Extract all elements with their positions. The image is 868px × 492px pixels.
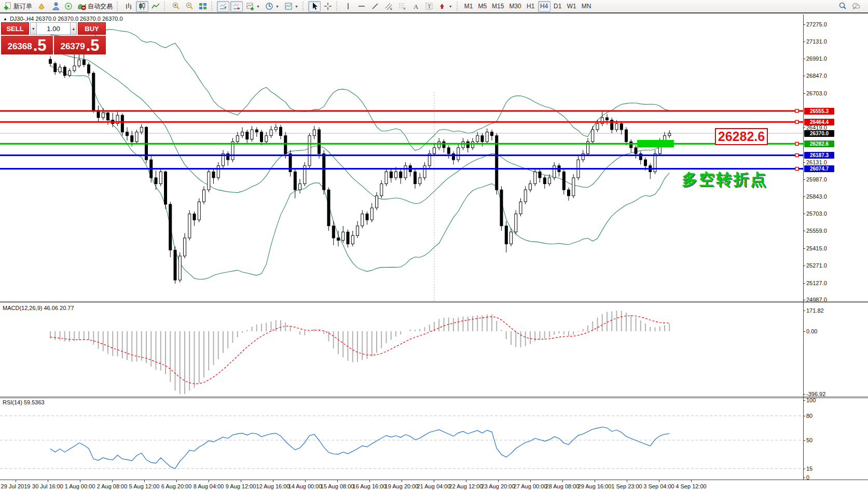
macd-axis-tick <box>803 394 805 395</box>
cursor-button[interactable] <box>308 1 321 12</box>
panel-separator[interactable] <box>0 301 868 303</box>
toolbar-right-group <box>836 1 863 12</box>
one-click-trade-panel: SELL ▼ ▲ BUY 26368 .5 26379 .5 <box>1 22 106 54</box>
timeframe-button-m15[interactable]: M15 <box>490 1 506 12</box>
periods-button[interactable]: ▼ <box>263 1 281 12</box>
time-axis-tick <box>80 480 80 482</box>
dropdown-caret-icon: ▼ <box>295 5 298 8</box>
zoom-out-button[interactable] <box>183 1 196 12</box>
trendline-button[interactable] <box>369 1 381 12</box>
equidistant-channel-button[interactable]: E <box>382 1 395 12</box>
time-axis-tick <box>16 480 16 482</box>
timeframe-button-mn[interactable]: MN <box>580 1 594 12</box>
search-button[interactable] <box>836 1 849 12</box>
chart-shift-button[interactable] <box>230 1 243 12</box>
price-axis-tick <box>803 179 805 180</box>
buy-button[interactable]: BUY <box>78 22 106 35</box>
main-chart-canvas[interactable] <box>0 15 803 302</box>
fibonacci-button[interactable]: F <box>396 1 408 12</box>
time-axis-label: 21 Aug 04:00 <box>417 483 451 489</box>
auto-scroll-button[interactable] <box>217 1 229 12</box>
chat-button[interactable] <box>850 1 862 12</box>
candlestick-chart-button[interactable] <box>136 1 148 12</box>
new-order-button[interactable]: 新订单 <box>2 1 34 12</box>
terminal-window: 新订单 自动交易 <box>0 0 868 492</box>
volume-input[interactable] <box>37 22 71 35</box>
sell-price-display[interactable]: 26368 .5 <box>1 36 53 54</box>
text-button[interactable]: A <box>409 1 422 12</box>
timeframe-button-m1[interactable]: M1 <box>462 1 475 12</box>
price-axis-badge: 26555.3 <box>804 108 834 115</box>
chat-icon <box>852 2 860 10</box>
toolbar-separator <box>164 2 168 11</box>
market-watch-button[interactable] <box>49 1 61 12</box>
price-axis-label: 25127.0 <box>806 280 827 286</box>
price-axis-badge: 26282.6 <box>804 140 834 147</box>
timeframe-button-d1[interactable]: D1 <box>552 1 564 12</box>
price-axis-label: 26703.0 <box>806 90 827 96</box>
horizontal-line-button[interactable] <box>355 1 368 12</box>
price-axis-tick <box>803 248 805 249</box>
time-axis-label: 6 Aug 20:00 <box>161 483 192 489</box>
panel-separator[interactable] <box>0 397 868 398</box>
price-axis-tick <box>803 231 805 231</box>
crosshair-button[interactable] <box>322 1 334 12</box>
metaeditor-icon <box>37 2 46 10</box>
time-axis-label: 4 Sep 12:00 <box>676 483 706 489</box>
price-axis-tick <box>803 214 805 214</box>
volume-decrease-button[interactable]: ▼ <box>30 22 37 35</box>
zoom-in-button[interactable] <box>170 1 182 12</box>
vertical-line-button[interactable] <box>342 1 354 12</box>
macd-canvas[interactable] <box>0 303 803 397</box>
time-axis-tick <box>562 480 563 482</box>
indicators-button[interactable]: ▼ <box>244 1 262 12</box>
arrows-button[interactable]: ▼ <box>436 1 454 12</box>
price-axis-label: 26991.0 <box>806 55 827 62</box>
timeframe-button-m5[interactable]: M5 <box>476 1 489 12</box>
sell-price-main: 26368 <box>7 40 32 53</box>
price-axis-tick <box>803 265 805 266</box>
price-axis-line <box>803 15 804 480</box>
tile-windows-button[interactable] <box>197 1 209 12</box>
price-axis-tick <box>803 59 805 59</box>
rsi-label: RSI(14) 59.5363 <box>3 399 45 405</box>
rsi-canvas[interactable] <box>0 398 803 480</box>
price-axis-tick <box>803 162 805 163</box>
auto-trading-button[interactable]: 自动交易 <box>76 1 115 12</box>
time-axis-label: 22 Aug 12:00 <box>449 483 483 489</box>
candlestick-chart-icon <box>138 2 146 10</box>
macd-axis-label: 171.82 <box>806 307 824 314</box>
price-axis-label: 25843.0 <box>806 193 827 200</box>
timeframe-button-w1[interactable]: W1 <box>565 1 578 12</box>
volume-increase-button[interactable]: ▲ <box>70 22 77 35</box>
line-chart-button[interactable] <box>149 1 162 12</box>
timeframe-button-m30[interactable]: M30 <box>507 1 523 12</box>
equidistant-channel-icon: E <box>384 2 393 10</box>
price-axis-tick <box>803 283 805 284</box>
time-axis-tick <box>402 480 402 482</box>
time-axis-label: 23 Aug 20:00 <box>481 483 515 489</box>
time-axis[interactable]: 29 Jul 201930 Jul 16:001 Aug 00:002 Aug … <box>0 480 868 492</box>
buy-price-display[interactable]: 26379 .5 <box>54 36 106 54</box>
timeframe-button-h1[interactable]: H1 <box>525 1 537 12</box>
templates-button[interactable]: ▼ <box>282 1 300 12</box>
collapse-panel-icon[interactable]: ▲ <box>3 17 7 21</box>
metaeditor-button[interactable] <box>35 1 48 12</box>
price-callout-label[interactable]: 26282.6 <box>715 128 768 145</box>
pivot-annotation-text[interactable]: 多空转折点 <box>682 169 767 190</box>
sell-button[interactable]: SELL <box>1 22 29 35</box>
timeframe-button-h4[interactable]: H4 <box>538 1 550 12</box>
auto-trading-label: 自动交易 <box>88 2 113 11</box>
toolbar: 新订单 自动交易 <box>0 0 868 13</box>
svg-text:A: A <box>414 3 419 10</box>
sell-price-frac: .5 <box>33 37 47 53</box>
horizontal-line-icon <box>357 2 366 10</box>
macd-axis-label: 0.00 <box>806 328 817 334</box>
bar-chart-button[interactable] <box>122 1 135 12</box>
price-axis-label: 24987.0 <box>806 297 827 303</box>
time-axis-tick <box>530 480 531 482</box>
price-axis-tick <box>803 41 805 42</box>
signals-button[interactable] <box>62 1 75 12</box>
dropdown-caret-icon: ▼ <box>256 5 260 8</box>
text-label-button[interactable]: T <box>423 1 435 12</box>
